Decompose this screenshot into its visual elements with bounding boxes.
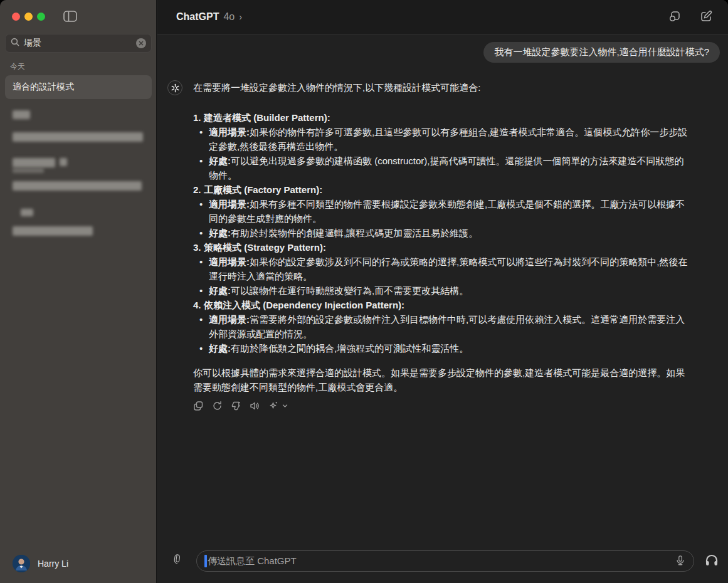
model-name: 4o	[223, 11, 235, 23]
zoom-window-button[interactable]	[37, 13, 45, 21]
pattern-item: 1. 建造者模式 (Builder Pattern): •適用場景:如果你的物件…	[193, 110, 692, 182]
pattern-item: 3. 策略模式 (Strategy Pattern): •適用場景:如果你的設定…	[193, 240, 692, 298]
sidebar: 場景 今天 適合的設計模式	[0, 0, 157, 583]
search-input[interactable]: 場景	[5, 34, 152, 53]
pattern-list: 1. 建造者模式 (Builder Pattern): •適用場景:如果你的物件…	[193, 110, 692, 355]
new-chat-button[interactable]	[699, 9, 713, 25]
sparkle-icon	[268, 401, 279, 411]
history-section-label: 今天	[10, 61, 25, 72]
close-window-button[interactable]	[12, 13, 20, 21]
sidebar-item-redacted[interactable]	[13, 226, 93, 236]
sidebar-item-selected-conversation[interactable]: 適合的設計模式	[5, 75, 152, 99]
main-panel: ChatGPT 4o ›	[157, 0, 728, 583]
user-message-text: 我有一堆設定參數要注入物件,適合用什麼設計模式?	[494, 46, 709, 57]
sidebar-item-redacted[interactable]	[21, 209, 33, 216]
pattern-title: 依賴注入模式 (Dependency Injection Pattern):	[204, 298, 404, 312]
companion-window-button[interactable]	[668, 9, 682, 25]
thumbs-down-icon	[231, 401, 241, 411]
composer-bar: 傳送訊息至 ChatGPT	[157, 543, 728, 583]
user-profile-button[interactable]: Harry Li	[0, 544, 156, 583]
list-number: 3.	[193, 240, 204, 255]
list-number: 1.	[193, 110, 204, 125]
attach-file-button[interactable]	[170, 554, 182, 569]
switch-model-button[interactable]	[268, 401, 288, 411]
read-aloud-icon	[250, 401, 260, 411]
text-caret	[204, 555, 207, 567]
pattern-title: 工廠模式 (Factory Pattern):	[204, 182, 322, 197]
headphones-icon	[704, 553, 719, 570]
list-number: 4.	[193, 298, 204, 312]
sidebar-item-redacted[interactable]	[13, 132, 143, 142]
pattern-item: 4. 依賴注入模式 (Dependency Injection Pattern)…	[193, 298, 692, 355]
chevron-down-icon	[282, 402, 288, 409]
message-input[interactable]: 傳送訊息至 ChatGPT	[196, 550, 694, 572]
search-value: 場景	[24, 38, 136, 49]
sidebar-item-redacted[interactable]	[13, 168, 44, 173]
user-name: Harry Li	[38, 559, 68, 569]
app-title: ChatGPT	[176, 11, 219, 23]
chevron-right-icon: ›	[239, 11, 242, 22]
clear-search-icon[interactable]	[136, 38, 146, 48]
copy-icon	[193, 401, 204, 411]
user-message-bubble: 我有一堆設定參數要注入物件,適合用什麼設計模式?	[483, 42, 720, 63]
conversation-title: 適合的設計模式	[13, 81, 74, 93]
pattern-item: 2. 工廠模式 (Factory Pattern): •適用場景:如果有多種不同…	[193, 182, 692, 240]
message-action-bar	[193, 401, 692, 411]
read-aloud-button[interactable]	[250, 401, 260, 411]
search-icon	[11, 38, 19, 49]
chat-header: ChatGPT 4o ›	[157, 0, 728, 34]
assistant-conclusion: 你可以根據具體的需求來選擇合適的設計模式。如果是需要多步設定物件的參數,建造者模…	[193, 365, 692, 394]
minimize-window-button[interactable]	[24, 13, 33, 21]
thumbs-down-button[interactable]	[231, 401, 241, 411]
chatgpt-app-window: 場景 今天 適合的設計模式	[0, 0, 728, 583]
regenerate-icon	[212, 401, 223, 411]
sidebar-item-redacted[interactable]	[13, 110, 30, 119]
toggle-sidebar-icon[interactable]	[63, 10, 78, 23]
assistant-message: 在需要將一堆設定參數注入物件的情況下,以下幾種設計模式可能適合: 1. 建造者模…	[157, 80, 728, 411]
list-number: 2.	[193, 182, 204, 197]
model-switcher[interactable]: ChatGPT 4o ›	[176, 11, 242, 23]
microphone-icon	[675, 555, 686, 568]
user-avatar	[13, 555, 30, 572]
assistant-intro: 在需要將一堆設定參數注入物件的情況下,以下幾種設計模式可能適合:	[193, 80, 692, 95]
chat-scroll-area[interactable]: 我有一堆設定參數要注入物件,適合用什麼設計模式?	[157, 35, 728, 543]
assistant-message-content: 在需要將一堆設定參數注入物件的情況下,以下幾種設計模式可能適合: 1. 建造者模…	[193, 80, 692, 411]
dictate-button[interactable]	[675, 555, 686, 568]
pattern-title: 策略模式 (Strategy Pattern):	[204, 240, 326, 255]
copy-button[interactable]	[193, 401, 204, 411]
voice-mode-button[interactable]	[704, 553, 719, 570]
pattern-title: 建造者模式 (Builder Pattern):	[204, 110, 330, 125]
regenerate-button[interactable]	[212, 401, 223, 411]
message-input-placeholder: 傳送訊息至 ChatGPT	[208, 555, 675, 567]
chatgpt-logo-icon	[167, 80, 182, 95]
companion-window-icon	[668, 9, 682, 25]
sidebar-item-redacted[interactable]	[13, 181, 142, 191]
new-chat-icon	[699, 9, 713, 25]
sidebar-item-redacted[interactable]	[13, 158, 67, 167]
window-titlebar	[0, 0, 156, 33]
paperclip-icon	[170, 554, 182, 569]
